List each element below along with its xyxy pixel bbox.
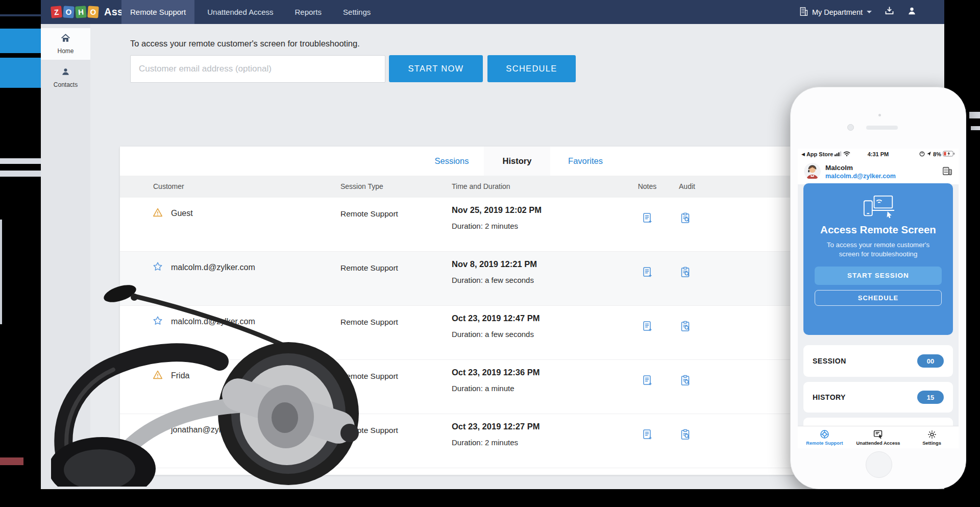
session-counter-card[interactable]: SESSION 00 (803, 345, 953, 377)
phone-account-header: Malcolm malcolm.d@zylker.com (798, 160, 959, 184)
status-right: 8% (919, 149, 955, 160)
audit-icon[interactable] (679, 320, 692, 334)
sidebar-item-label: Contacts (54, 81, 78, 88)
location-icon (926, 151, 932, 157)
account-name: Malcolm (825, 164, 896, 173)
session-time: Nov 8, 2019 12:21 PM (452, 259, 537, 269)
column-header-session-type: Session Type (340, 176, 383, 198)
stage: Z O H O Assist Remote Support Unattended… (0, 0, 980, 507)
table-header-row: Customer Session Type Time and Duration … (120, 176, 795, 198)
user-account-icon[interactable] (907, 6, 917, 18)
nav-unattended-access[interactable]: Unattended Access (199, 0, 282, 24)
column-header-time: Time and Duration (452, 176, 510, 198)
logo-tile-o2: O (87, 6, 99, 18)
phone-tab-unattended-access[interactable]: Unattended Access (851, 426, 905, 448)
sidebar-item-contacts[interactable]: Contacts (41, 62, 90, 93)
history-counter-label: HISTORY (813, 393, 846, 401)
schedule-button[interactable]: SCHEDULE (487, 55, 576, 82)
history-counter-card[interactable]: HISTORY 15 (803, 382, 953, 413)
access-remote-screen-card: Access Remote Screen To access your remo… (803, 183, 953, 335)
phone-screen: ◀ App Store 4:31 PM (798, 149, 959, 448)
session-type: Remote Support (340, 209, 398, 219)
audit-icon[interactable] (679, 266, 692, 280)
account-texts: Malcolm malcolm.d@zylker.com (825, 164, 896, 181)
tab-sessions[interactable]: Sessions (419, 147, 485, 176)
decor-stripe (0, 220, 2, 324)
column-header-audit: Audit (668, 176, 706, 198)
session-duration: Duration: a few seconds (452, 330, 534, 339)
session-keypad-icon[interactable] (942, 166, 952, 178)
audit-icon[interactable] (679, 428, 692, 442)
department-label: My Department (812, 8, 863, 16)
logo-tile-o1: O (63, 6, 75, 18)
session-counter-label: SESSION (813, 357, 846, 365)
column-header-customer: Customer (153, 176, 184, 198)
home-icon (60, 33, 71, 45)
column-header-notes: Notes (628, 176, 666, 198)
logo-tile-z: Z (51, 6, 62, 18)
notes-icon[interactable] (641, 374, 653, 388)
sidebar-item-home[interactable]: Home (41, 28, 90, 60)
orientation-lock-icon (919, 151, 925, 158)
customer-name: malcolm.d@zylker.com (171, 263, 255, 272)
favorite-star-icon[interactable] (152, 261, 163, 274)
tab-favorites[interactable]: Favorites (552, 147, 619, 176)
account-email[interactable]: malcolm.d@zylker.com (825, 173, 896, 181)
logo-tile-h: H (75, 6, 87, 18)
phone-sensor-dot (878, 114, 881, 116)
nav-reports[interactable]: Reports (286, 0, 331, 24)
decor-stripe (969, 112, 980, 118)
phone-tabbar: Remote Support Unattended Access Setting… (798, 426, 959, 448)
download-icon[interactable] (884, 6, 895, 18)
session-time: Oct 23, 2019 12:36 PM (452, 368, 540, 377)
start-session-button[interactable]: START SESSION (815, 267, 942, 285)
chevron-down-icon (867, 11, 872, 13)
notes-icon[interactable] (641, 320, 653, 334)
notes-icon[interactable] (641, 428, 653, 442)
audit-icon[interactable] (679, 374, 692, 388)
phone-home-button[interactable] (866, 451, 892, 478)
warning-icon (152, 207, 163, 220)
department-building-icon (799, 7, 808, 18)
phone-mockup: ◀ App Store 4:31 PM (790, 87, 966, 489)
session-time: Oct 23, 2019 12:27 PM (452, 422, 540, 431)
session-duration: Duration: 2 minutes (452, 438, 518, 447)
session-time: Nov 25, 2019 12:02 PM (452, 205, 542, 215)
headset-photo (51, 280, 365, 487)
remote-devices-icon (803, 195, 953, 221)
notes-icon[interactable] (641, 212, 653, 226)
decor-stripe (0, 158, 47, 164)
top-navbar: Z O H O Assist Remote Support Unattended… (41, 0, 944, 24)
nav-settings[interactable]: Settings (334, 0, 379, 24)
history-counter-badge: 15 (917, 391, 944, 404)
navbar-right-cluster: My Department (799, 0, 917, 24)
decor-stripe (0, 457, 23, 465)
phone-speaker (866, 126, 898, 130)
main-nav: Remote Support Unattended Access Reports… (121, 0, 383, 24)
notes-icon[interactable] (641, 266, 653, 280)
session-counter-badge: 00 (917, 354, 944, 368)
tab-history[interactable]: History (484, 147, 550, 176)
sidebar-item-label: Home (57, 47, 74, 55)
decor-stripe (971, 126, 980, 130)
start-now-button[interactable]: START NOW (389, 55, 483, 82)
session-time: Oct 23, 2019 12:47 PM (452, 313, 540, 323)
table-row: Guest Remote Support Nov 25, 2019 12:02 … (120, 198, 795, 252)
session-type: Remote Support (340, 263, 398, 273)
decor-stripe (0, 14, 42, 16)
phone-card-subtitle: To access your remote customer's screen … (803, 240, 953, 259)
session-duration: Duration: 2 minutes (452, 222, 518, 230)
phone-tab-remote-support[interactable]: Remote Support (798, 426, 851, 448)
department-selector[interactable]: My Department (799, 7, 872, 18)
session-duration: Duration: a minute (452, 384, 514, 393)
customer-email-input[interactable] (130, 55, 385, 83)
contacts-icon (60, 67, 71, 79)
hero-instruction: To access your remote customer's screen … (130, 39, 360, 49)
decor-stripe (0, 171, 47, 177)
phone-schedule-button[interactable]: SCHEDULE (815, 290, 942, 306)
session-duration: Duration: a few seconds (452, 276, 534, 284)
nav-remote-support[interactable]: Remote Support (121, 0, 194, 24)
audit-icon[interactable] (679, 212, 692, 226)
battery-icon (943, 151, 955, 158)
phone-tab-settings[interactable]: Settings (905, 426, 959, 448)
